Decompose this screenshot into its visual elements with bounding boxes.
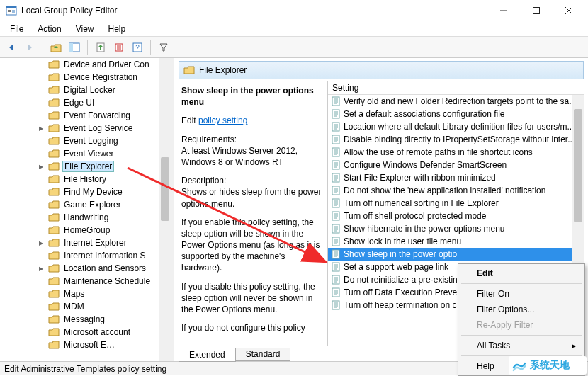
list-row[interactable]: Allow the use of remote paths in file sh…: [328, 146, 584, 159]
list-row[interactable]: Configure Windows Defender SmartScreen: [328, 159, 584, 171]
tree-item[interactable]: ▶Location and Sensors: [0, 262, 171, 275]
list-row[interactable]: Turn off numerical sorting in File Explo…: [328, 197, 584, 210]
tree-item-label: Maps: [62, 289, 86, 299]
tab-extended[interactable]: Extended: [179, 348, 236, 362]
context-menu-separator: [461, 335, 582, 336]
tab-standard[interactable]: Standard: [235, 348, 291, 361]
tree-item[interactable]: Event Logging: [0, 135, 171, 147]
up-folder-button[interactable]: [47, 39, 64, 56]
tree-item[interactable]: Digital Locker: [0, 84, 171, 96]
svg-rect-3: [8, 11, 11, 12]
expand-icon[interactable]: ▶: [37, 239, 45, 247]
list-row[interactable]: Do not show the 'new application install…: [328, 184, 584, 197]
tree-item-label: Edge UI: [62, 98, 96, 108]
filter-button[interactable]: [155, 39, 172, 56]
edit-policy-link[interactable]: policy setting: [198, 115, 247, 125]
tree-item-label: Game Explorer: [62, 200, 123, 210]
svg-rect-2: [8, 10, 11, 11]
list-row-label: Set a support web page link: [344, 262, 448, 272]
tree-item[interactable]: Find My Device: [0, 186, 171, 198]
tree-item[interactable]: Messaging: [0, 313, 171, 326]
list-row[interactable]: Set a default associations configuration…: [328, 108, 584, 120]
tree-item[interactable]: ▶File Explorer: [0, 160, 171, 173]
show-hide-tree-button[interactable]: [66, 39, 83, 56]
svg-text:?: ?: [135, 44, 140, 52]
tree-pane: Device and Driver ConDevice Registration…: [0, 58, 171, 361]
list-row-label: Verify old and new Folder Redirection ta…: [344, 96, 574, 106]
tree-item-label: Microsoft E…: [62, 340, 116, 350]
tree-item[interactable]: Maintenance Schedule: [0, 275, 171, 287]
tree-item[interactable]: Edge UI: [0, 96, 171, 109]
export-button[interactable]: [92, 39, 109, 56]
svg-rect-44: [332, 148, 339, 156]
tree-item[interactable]: Game Explorer: [0, 198, 171, 211]
content-header-label: File Explorer: [199, 65, 247, 75]
context-menu-item[interactable]: Edit: [460, 266, 583, 281]
svg-rect-29: [332, 110, 339, 118]
tree-item-label: HomeGroup: [62, 225, 111, 235]
tree-item[interactable]: File History: [0, 173, 171, 186]
list-row[interactable]: Verify old and new Folder Redirection ta…: [328, 95, 584, 108]
close-button[interactable]: [553, 0, 585, 21]
context-menu-item[interactable]: Filter On: [460, 286, 583, 302]
svg-rect-94: [332, 275, 339, 284]
tree-item[interactable]: Internet Information S: [0, 249, 171, 262]
list-row-label: Turn off Data Execution Preve: [344, 287, 457, 297]
tree-item[interactable]: MDM: [0, 300, 171, 313]
minimize-button[interactable]: [487, 0, 520, 21]
forward-button[interactable]: [21, 39, 38, 56]
svg-rect-69: [332, 212, 339, 220]
tree-item[interactable]: Handwriting: [0, 211, 171, 224]
svg-rect-54: [332, 173, 339, 182]
tree-item[interactable]: ▶Event Log Service: [0, 122, 171, 135]
status-text: Edit Administrative Templates policy set…: [4, 364, 166, 374]
tree-item[interactable]: Device Registration: [0, 71, 171, 84]
context-menu-item: Re-Apply Filter: [460, 317, 583, 333]
tree-item[interactable]: ▶Internet Explorer: [0, 237, 171, 249]
tree-item[interactable]: Microsoft E…: [0, 338, 171, 351]
svg-rect-1: [6, 6, 16, 8]
expand-icon[interactable]: ▶: [37, 264, 45, 273]
expand-icon[interactable]: ▶: [37, 162, 45, 171]
list-row-label: Set a default associations configuration…: [344, 109, 504, 119]
properties-button[interactable]: [111, 39, 128, 56]
tree-item[interactable]: HomeGroup: [0, 224, 171, 237]
list-row[interactable]: Turn off shell protocol protected mode: [328, 210, 584, 222]
list-row[interactable]: Location where all default Library defin…: [328, 120, 584, 133]
menu-view[interactable]: View: [69, 23, 101, 35]
list-header-setting[interactable]: Setting: [328, 81, 584, 95]
context-menu-item[interactable]: Filter Options...: [460, 302, 583, 317]
tree-item[interactable]: Event Forwarding: [0, 109, 171, 122]
tree-item-label: Device Registration: [62, 72, 139, 82]
tree-scroll[interactable]: Device and Driver ConDevice Registration…: [0, 58, 171, 361]
svg-rect-24: [332, 97, 339, 106]
list-row[interactable]: Show hibernate in the power options menu: [328, 222, 584, 235]
menu-action[interactable]: Action: [30, 23, 68, 35]
svg-rect-104: [332, 301, 339, 309]
tree-scrollbar[interactable]: [159, 58, 171, 361]
context-menu-item[interactable]: All Tasks▸: [460, 338, 583, 353]
menu-help[interactable]: Help: [101, 23, 133, 35]
menu-file[interactable]: File: [3, 23, 30, 35]
tree-item-label: Event Logging: [62, 136, 120, 146]
tree-item[interactable]: Event Viewer: [0, 147, 171, 160]
list-row[interactable]: Disable binding directly to IPropertySet…: [328, 133, 584, 146]
list-row[interactable]: Show sleep in the power optio: [328, 248, 584, 261]
svg-rect-49: [332, 161, 339, 169]
watermark: 系统天地: [509, 356, 587, 375]
tree-item[interactable]: Maps: [0, 287, 171, 300]
tree-item[interactable]: Device and Driver Con: [0, 58, 171, 71]
svg-rect-99: [332, 288, 339, 297]
list-row[interactable]: Start File Explorer with ribbon minimize…: [328, 171, 584, 184]
tree-item-label: Internet Information S: [62, 251, 147, 261]
svg-marker-23: [160, 44, 167, 51]
expand-icon[interactable]: ▶: [37, 124, 45, 132]
tree-item[interactable]: Microsoft account: [0, 326, 171, 338]
list-row[interactable]: Show lock in the user tile menu: [328, 235, 584, 248]
watermark-icon: [511, 358, 527, 373]
maximize-button[interactable]: [520, 0, 553, 21]
svg-rect-6: [533, 7, 540, 13]
help-button[interactable]: ?: [129, 39, 146, 56]
tree-item-label: Digital Locker: [62, 85, 117, 95]
back-button[interactable]: [3, 39, 20, 56]
